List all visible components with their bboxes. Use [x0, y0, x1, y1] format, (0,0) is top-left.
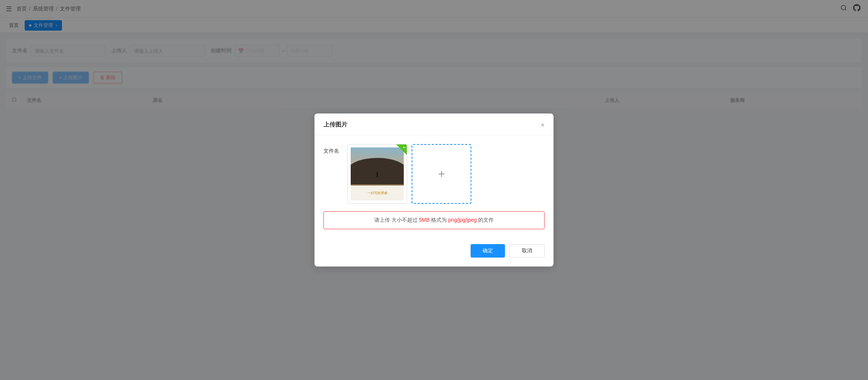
- error-prefix: 请上传 大小不超过: [374, 217, 419, 223]
- upload-field-label: 文件名: [323, 144, 341, 155]
- dialog-close-button[interactable]: ×: [540, 122, 545, 128]
- photo-preview: 一封写给青春: [348, 144, 407, 203]
- error-size: 5MB: [419, 217, 430, 223]
- error-hint: 请上传 大小不超过 5MB 格式为 png/jpg/jpeg 的文件: [323, 211, 545, 229]
- photo-person: [376, 172, 378, 177]
- upload-items: 一封写给青春 ✓ +: [347, 144, 471, 204]
- plus-icon: +: [438, 167, 445, 181]
- upload-row: 文件名 一封写给青春 ✓: [323, 144, 545, 204]
- upload-dialog: 上传图片 × 文件名 一封写给青春: [314, 113, 554, 267]
- dialog-title: 上传图片: [323, 121, 347, 129]
- uploaded-image-item[interactable]: 一封写给青春 ✓: [347, 144, 407, 204]
- checkmark-icon: ✓: [402, 145, 406, 150]
- error-suffix: 的文件: [477, 217, 494, 223]
- cancel-button[interactable]: 取消: [509, 244, 545, 258]
- dialog-header: 上传图片 ×: [314, 113, 554, 135]
- dialog-footer: 确定 取消: [314, 238, 554, 267]
- photo-hill: [348, 158, 407, 184]
- dialog-overlay: 上传图片 × 文件名 一封写给青春: [0, 0, 868, 380]
- add-image-button[interactable]: +: [412, 144, 471, 204]
- confirm-button[interactable]: 确定: [471, 244, 505, 258]
- error-middle: 格式为: [430, 217, 448, 223]
- photo-bottom: 一封写给青春: [351, 186, 404, 200]
- error-formats: png/jpg/jpeg: [448, 217, 477, 223]
- dialog-body: 文件名 一封写给青春 ✓: [314, 135, 554, 238]
